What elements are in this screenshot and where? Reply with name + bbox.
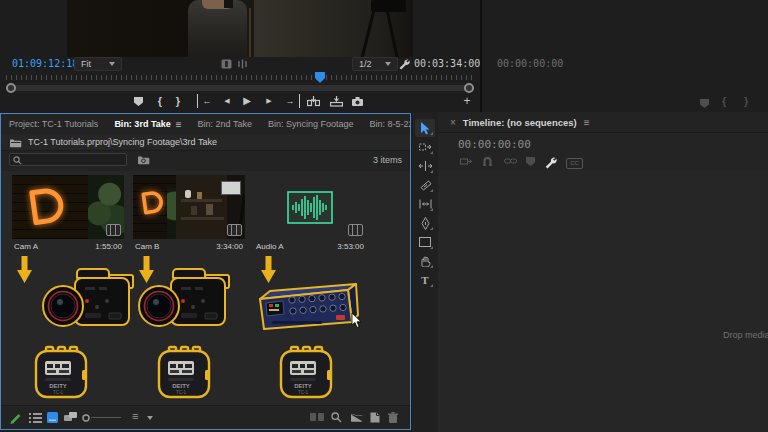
- step-forward-button[interactable]: ▶: [261, 94, 277, 108]
- sort-chevron-icon[interactable]: [147, 416, 153, 420]
- button-editor-plus[interactable]: +: [459, 94, 475, 108]
- clip-thumbnail-cam-a[interactable]: [12, 175, 124, 239]
- timecode-box-image[interactable]: DEITY TC-1: [155, 344, 213, 402]
- device-model-label: TC-1: [298, 390, 308, 395]
- timecode-box-image[interactable]: DEITY TC-1: [32, 344, 90, 402]
- pen-tool[interactable]: [415, 214, 435, 232]
- scrollbar-right-handle[interactable]: [464, 83, 474, 93]
- source-playhead[interactable]: [315, 72, 325, 83]
- overwrite-button[interactable]: [330, 96, 343, 107]
- playback-resolution-value: 1/2: [359, 59, 372, 69]
- bin-folder-icon: [9, 137, 22, 148]
- items-count: 3 items: [373, 155, 402, 165]
- timecode-box-image[interactable]: DEITY TC-1: [277, 344, 335, 402]
- project-writable-pencil-icon[interactable]: [10, 412, 23, 424]
- sort-icon[interactable]: ≡: [132, 410, 138, 422]
- mark-out-button[interactable]: }: [170, 94, 186, 108]
- shelf: [176, 175, 228, 239]
- add-marker-icon[interactable]: [526, 157, 535, 166]
- breadcrumb-path: TC-1 Tutorials.prproj\Syncing Footage\3r…: [28, 137, 217, 147]
- workspace-section: Project: TC-1 Tutorials Bin: 3rd Take ≡ …: [0, 112, 768, 432]
- find-button[interactable]: [331, 412, 342, 423]
- ripple-edit-tool[interactable]: [415, 157, 435, 175]
- tab-bin-syncing-footage[interactable]: Bin: Syncing Footage: [260, 119, 362, 129]
- timeline-title[interactable]: Timeline: (no sequences): [463, 117, 577, 128]
- slip-tool[interactable]: [415, 195, 435, 213]
- new-item-button[interactable]: [370, 412, 380, 423]
- drag-audio-icon[interactable]: [237, 59, 248, 69]
- source-video-preview[interactable]: [67, 0, 413, 57]
- close-icon[interactable]: ×: [450, 117, 456, 128]
- add-marker-button[interactable]: [134, 97, 143, 106]
- source-duration-timecode: 00:03:34:00: [414, 58, 480, 69]
- tab-bin-2nd-take[interactable]: Bin: 2nd Take: [190, 119, 260, 129]
- timeline-settings-wrench-icon[interactable]: [544, 156, 557, 169]
- tripod-head: [371, 0, 406, 12]
- timeline-current-timecode: 00:00:00:00: [458, 138, 531, 151]
- rectangle-tool[interactable]: [415, 233, 435, 251]
- selection-tool[interactable]: [415, 119, 435, 137]
- cinema-camera-image[interactable]: [137, 263, 235, 339]
- project-panel: Project: TC-1 Tutorials Bin: 3rd Take ≡ …: [0, 113, 411, 430]
- filmstrip-badge-icon: [227, 224, 242, 236]
- settings-wrench-icon[interactable]: [398, 58, 410, 70]
- mark-in-button[interactable]: {: [152, 94, 168, 108]
- breadcrumb[interactable]: TC-1 Tutorials.prproj\Syncing Footage\3r…: [1, 134, 410, 151]
- program-mark-in-button[interactable]: {: [722, 95, 726, 107]
- search-bin-button[interactable]: [137, 154, 150, 165]
- nest-sequences-icon[interactable]: [460, 156, 472, 167]
- program-current-timecode: 00:00:00:00: [497, 58, 563, 69]
- play-button[interactable]: ▶: [239, 94, 255, 108]
- captions-icon[interactable]: CC: [566, 158, 583, 169]
- project-panel-toolbar: ≡: [1, 405, 410, 430]
- scrollbar-left-handle[interactable]: [6, 83, 16, 93]
- list-view-button[interactable]: [29, 412, 42, 423]
- clip-thumbnail-cam-b[interactable]: [133, 175, 245, 239]
- insert-button[interactable]: [307, 96, 320, 107]
- source-zoom-scrollbar[interactable]: [8, 85, 472, 91]
- timeline-drop-zone[interactable]: Drop media her: [438, 170, 768, 432]
- freeform-view-button[interactable]: [64, 412, 78, 423]
- source-current-timecode: 01:09:12:18: [12, 58, 78, 69]
- tab-project-tc1-tutorials[interactable]: Project: TC-1 Tutorials: [1, 119, 106, 129]
- panel-menu-icon[interactable]: ≡: [176, 119, 182, 130]
- bin-freeform-view[interactable]: Cam A 1:55:00 C: [1, 171, 410, 405]
- tools-panel: T: [412, 112, 438, 432]
- clip-duration: 3:53:00: [316, 242, 364, 251]
- linked-selection-icon[interactable]: [504, 156, 517, 166]
- program-mark-out-button[interactable]: }: [744, 95, 748, 107]
- clip-thumbnail-audio-a[interactable]: [254, 175, 366, 239]
- new-bin-button[interactable]: [350, 412, 363, 423]
- go-to-out-button[interactable]: →: [282, 94, 300, 108]
- track-select-forward-tool[interactable]: [415, 138, 435, 156]
- panel-menu-icon[interactable]: ≡: [584, 117, 590, 128]
- audio-recorder-image[interactable]: [248, 277, 364, 335]
- cinema-camera-image[interactable]: [41, 263, 139, 339]
- tab-bin-3rd-take[interactable]: Bin: 3rd Take ≡: [106, 119, 189, 130]
- icon-view-button[interactable]: [47, 412, 58, 423]
- search-input[interactable]: [9, 153, 127, 166]
- zoom-slider-track[interactable]: [91, 417, 121, 418]
- hand-tool[interactable]: [415, 252, 435, 270]
- device-model-label: TC-1: [176, 390, 186, 395]
- playback-resolution-select[interactable]: 1/2: [352, 57, 398, 71]
- snap-magnet-icon[interactable]: [482, 156, 493, 167]
- step-back-button[interactable]: ◀: [219, 94, 235, 108]
- tab-bin-8-5-22[interactable]: Bin: 8-5-22: [362, 119, 410, 129]
- zoom-slider-handle[interactable]: [82, 414, 90, 422]
- source-timeline-ruler[interactable]: [6, 75, 474, 80]
- delete-trash-button[interactable]: [388, 412, 398, 423]
- device-model-label: TC-1: [53, 390, 63, 395]
- razor-tool[interactable]: [415, 176, 435, 194]
- program-add-marker-button[interactable]: [700, 99, 709, 108]
- drag-video-icon[interactable]: [221, 59, 232, 69]
- zoom-level-select[interactable]: Fit: [74, 57, 122, 71]
- clip-name: Cam A: [14, 242, 38, 251]
- go-to-in-button[interactable]: ←: [197, 94, 215, 108]
- automate-to-sequence-button[interactable]: [310, 412, 324, 422]
- type-tool[interactable]: T: [415, 271, 435, 289]
- export-frame-button[interactable]: [351, 96, 364, 107]
- neon-d-sign: [136, 187, 168, 219]
- source-monitor-controls: 01:09:12:18 Fit 1/2 00:03:34:00: [0, 57, 480, 71]
- timeline-panel: × Timeline: (no sequences) ≡ 00:00:00:00…: [438, 112, 768, 432]
